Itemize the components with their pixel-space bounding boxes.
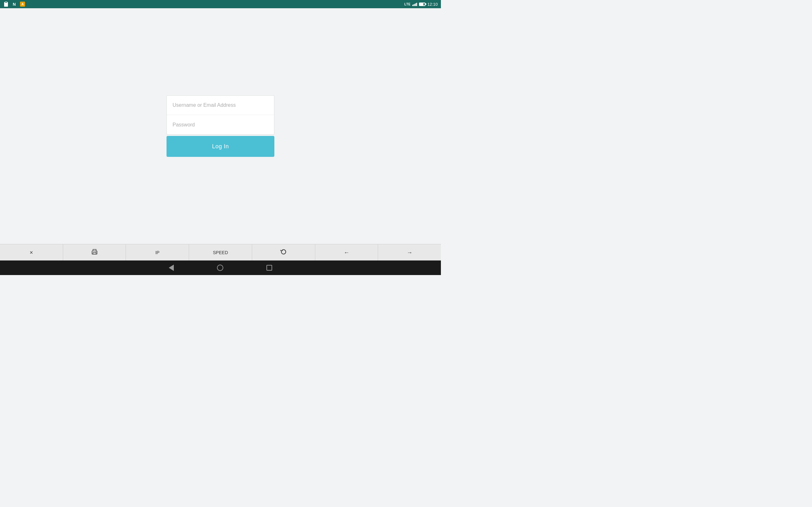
username-input[interactable] [166, 95, 274, 115]
print-icon [91, 249, 98, 256]
refresh-icon [280, 248, 287, 257]
main-content: Log In [0, 8, 441, 244]
status-bar: N A LTE 12:10 [0, 0, 441, 8]
svg-rect-0 [4, 2, 8, 7]
forward-icon: → [407, 250, 412, 256]
login-form: Log In [166, 95, 274, 157]
nav-recent-button[interactable] [264, 262, 275, 273]
refresh-button[interactable] [252, 244, 315, 261]
nav-home-button[interactable] [214, 262, 226, 274]
speed-label: SPEED [213, 250, 228, 255]
status-time: 12:10 [427, 2, 438, 7]
print-button[interactable] [63, 244, 126, 261]
ip-button[interactable]: IP [126, 244, 189, 261]
n-icon: N [11, 1, 17, 7]
lte-label: LTE [404, 3, 411, 6]
ip-label: IP [155, 250, 159, 255]
nav-back-button[interactable] [166, 262, 176, 274]
svg-rect-3 [5, 2, 7, 3]
a-icon: A [20, 1, 26, 7]
status-left-icons: N A [3, 1, 26, 7]
close-icon: × [30, 250, 33, 256]
nav-recent-icon [266, 265, 272, 271]
svg-rect-5 [93, 252, 96, 254]
clipboard-icon [3, 1, 9, 7]
forward-button[interactable]: → [378, 244, 441, 261]
login-button[interactable]: Log In [166, 136, 274, 157]
nav-back-icon [169, 265, 174, 271]
svg-point-6 [96, 251, 96, 252]
password-input[interactable] [166, 115, 274, 135]
speed-button[interactable]: SPEED [189, 244, 252, 261]
nav-home-icon [217, 265, 223, 271]
signal-bars-icon [412, 2, 417, 6]
android-nav-bar [0, 261, 441, 275]
toolbar: × IP SPEED ← → [0, 244, 441, 261]
status-right-icons: LTE 12:10 [404, 2, 438, 7]
close-button[interactable]: × [0, 244, 63, 261]
battery-icon [419, 3, 425, 6]
back-icon: ← [344, 250, 349, 256]
back-button[interactable]: ← [315, 244, 378, 261]
